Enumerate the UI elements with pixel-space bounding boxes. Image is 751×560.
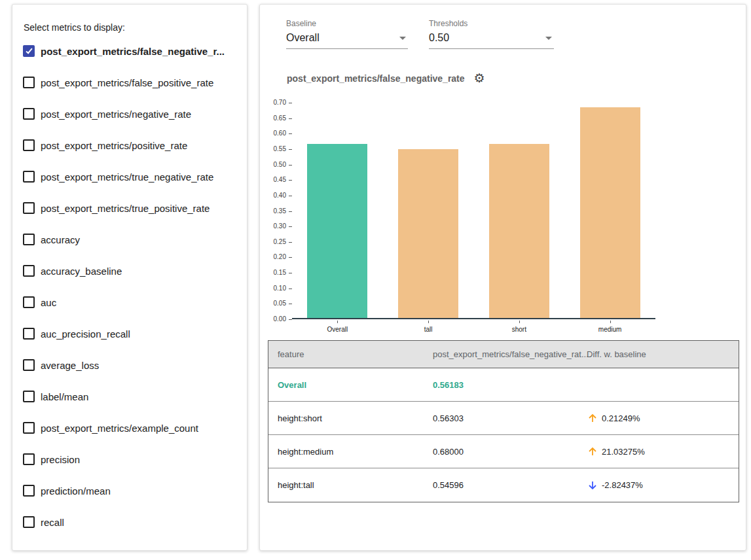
- metric-item[interactable]: accuracy_baseline: [12, 255, 247, 287]
- metrics-table: feature post_export_metrics/false_negati…: [268, 340, 739, 502]
- chart-bar-tall[interactable]: [398, 149, 458, 318]
- checkbox-unchecked[interactable]: [23, 234, 35, 245]
- chevron-down-icon: [545, 37, 552, 40]
- y-axis-tick-label: 0.60: [260, 130, 286, 137]
- metric-item[interactable]: post_export_metrics/example_count: [12, 412, 247, 444]
- x-axis-tick: [610, 321, 611, 323]
- metric-label: precision: [41, 454, 80, 465]
- metric-item[interactable]: precision: [12, 444, 247, 475]
- metric-item[interactable]: prediction/mean: [12, 475, 247, 506]
- metric-item[interactable]: accuracy: [12, 224, 247, 255]
- y-axis-tick-label: 0.10: [260, 285, 286, 292]
- table-header-diff: Diff. w. baseline: [584, 349, 739, 359]
- x-axis-label: medium: [571, 326, 650, 333]
- y-axis-tick-label: 0.30: [260, 222, 286, 230]
- diff-value: -2.82437%: [602, 480, 643, 490]
- chart-title: post_export_metrics/false_negative_rate: [287, 73, 465, 84]
- baseline-select-value: Overall: [286, 32, 320, 43]
- checkbox-unchecked[interactable]: [23, 485, 35, 497]
- chart-title-row: post_export_metrics/false_negative_rate …: [287, 72, 485, 84]
- table-row: height:tall0.54596-2.82437%: [268, 468, 739, 502]
- y-axis-tick: [289, 257, 292, 258]
- checkbox-checked[interactable]: [23, 45, 35, 57]
- checkbox-unchecked[interactable]: [23, 202, 35, 214]
- thresholds-select[interactable]: Thresholds 0.50: [429, 19, 554, 49]
- thresholds-select-value: 0.50: [429, 32, 449, 43]
- metric-item[interactable]: post_export_metrics/false_negative_r...: [12, 35, 247, 67]
- metric-label: recall: [41, 517, 64, 528]
- checkbox-unchecked[interactable]: [23, 108, 35, 120]
- y-axis-tick-label: 0.05: [260, 300, 286, 307]
- table-row: Overall0.56183: [268, 368, 739, 402]
- metric-item[interactable]: post_export_metrics/false_positive_rate: [12, 67, 247, 98]
- chart-bar-Overall[interactable]: [307, 144, 367, 318]
- checkbox-unchecked[interactable]: [23, 422, 35, 434]
- checkmark-icon: [26, 47, 32, 54]
- diff-cell: 0.21249%: [584, 412, 739, 424]
- metric-label: accuracy_baseline: [41, 266, 122, 277]
- checkbox-unchecked[interactable]: [23, 453, 35, 465]
- diff-value: 21.03275%: [602, 447, 645, 457]
- arrow-up-icon: [587, 446, 598, 457]
- y-axis-tick-label: 0.15: [260, 269, 286, 277]
- metric-item[interactable]: label/mean: [12, 381, 247, 412]
- thresholds-select-label: Thresholds: [429, 19, 554, 28]
- metric-label: post_export_metrics/true_positive_rate: [41, 203, 210, 214]
- gear-icon[interactable]: ⚙: [474, 72, 485, 84]
- y-axis-tick: [289, 319, 292, 320]
- y-axis-tick: [289, 196, 292, 196]
- baseline-select[interactable]: Baseline Overall: [286, 19, 408, 49]
- checkbox-unchecked[interactable]: [23, 171, 35, 183]
- results-panel: Baseline Overall Thresholds 0.50 post_ex…: [259, 4, 746, 551]
- y-axis-tick-label: 0.25: [260, 238, 286, 246]
- metric-label: label/mean: [41, 391, 88, 402]
- y-axis-tick: [289, 211, 292, 212]
- checkbox-unchecked[interactable]: [23, 77, 35, 88]
- feature-cell: height:medium: [268, 447, 430, 457]
- table-header-feature: feature: [268, 349, 430, 359]
- checkbox-unchecked[interactable]: [23, 328, 35, 340]
- y-axis-tick: [289, 118, 292, 119]
- metric-item[interactable]: auc: [12, 287, 247, 318]
- metric-item[interactable]: post_export_metrics/true_negative_rate: [12, 161, 247, 192]
- arrow-down-icon: [587, 480, 598, 491]
- y-axis-tick-label: 0.65: [260, 114, 286, 122]
- x-axis-tick: [519, 321, 520, 323]
- y-axis-tick-label: 0.70: [260, 99, 286, 107]
- chart-bar-medium[interactable]: [580, 107, 640, 318]
- checkbox-unchecked[interactable]: [23, 391, 35, 402]
- checkbox-unchecked[interactable]: [23, 359, 35, 371]
- value-cell: 0.56183: [430, 380, 584, 390]
- checkbox-unchecked[interactable]: [23, 296, 35, 308]
- metric-item[interactable]: post_export_metrics/true_positive_rate: [12, 192, 247, 224]
- table-header-metric: post_export_metrics/false_negative_rat..…: [430, 349, 584, 359]
- chart-bar-short[interactable]: [489, 144, 549, 318]
- value-cell: 0.56303: [430, 413, 584, 423]
- y-axis-tick-label: 0.50: [260, 161, 286, 169]
- diff-indicator: -2.82437%: [587, 480, 739, 491]
- checkbox-unchecked[interactable]: [23, 265, 35, 277]
- metric-label: post_export_metrics/false_positive_rate: [41, 77, 213, 88]
- y-axis-tick: [289, 165, 292, 166]
- feature-cell: height:short: [268, 413, 430, 423]
- metric-item[interactable]: post_export_metrics/negative_rate: [12, 98, 247, 130]
- metric-item[interactable]: post_export_metrics/positive_rate: [12, 130, 247, 161]
- feature-cell: height:tall: [268, 480, 430, 490]
- baseline-select-label: Baseline: [286, 19, 408, 28]
- metric-label: auc: [41, 297, 56, 308]
- metric-item[interactable]: auc_precision_recall: [12, 318, 247, 349]
- y-axis-tick-label: 0.55: [260, 145, 286, 153]
- diff-cell: -2.82437%: [584, 480, 739, 491]
- x-axis-tick: [428, 321, 429, 323]
- metrics-panel-title: Select metrics to display:: [24, 22, 247, 33]
- table-row: height:short0.563030.21249%: [268, 402, 739, 435]
- metric-item[interactable]: recall: [12, 506, 247, 538]
- y-axis-tick: [289, 226, 292, 227]
- thresholds-select-value-row[interactable]: 0.50: [429, 32, 554, 49]
- metric-item[interactable]: average_loss: [12, 349, 247, 381]
- y-axis-tick: [289, 242, 292, 243]
- value-cell: 0.68000: [430, 447, 584, 457]
- checkbox-unchecked[interactable]: [23, 516, 35, 528]
- checkbox-unchecked[interactable]: [23, 139, 35, 151]
- baseline-select-value-row[interactable]: Overall: [286, 32, 408, 49]
